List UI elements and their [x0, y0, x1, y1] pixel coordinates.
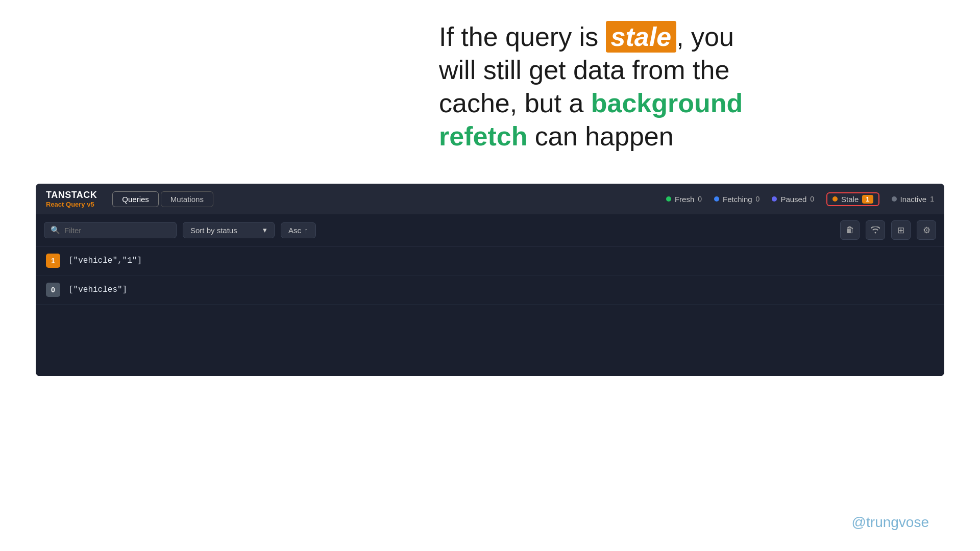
query-key: ["vehicle","1"]: [68, 256, 142, 265]
stale-label: Stale: [841, 195, 859, 204]
hero-before-stale: If the query is: [439, 22, 606, 52]
hero-after-stale: , you: [676, 22, 734, 52]
nav-buttons: Queries Mutations: [112, 191, 213, 207]
status-paused: Paused 0: [772, 195, 814, 204]
copy-button[interactable]: ⊞: [891, 220, 911, 240]
hero-background-word: background: [591, 88, 743, 118]
inactive-count: 1: [930, 195, 934, 203]
stale-dot: [832, 196, 838, 202]
brand: TANSTACK React Query v5: [46, 190, 97, 208]
sort-direction-icon: ↑: [304, 226, 308, 235]
filter-input-wrap[interactable]: 🔍: [44, 222, 177, 238]
paused-label: Paused: [780, 195, 806, 204]
query-list-empty: [36, 305, 944, 376]
hero-line3: cache, but a background: [439, 87, 929, 120]
filter-input[interactable]: [64, 226, 170, 235]
sort-direction-button[interactable]: Asc ↑: [281, 222, 316, 238]
inactive-label: Inactive: [900, 195, 927, 204]
search-icon: 🔍: [51, 226, 60, 235]
fresh-count: 0: [698, 195, 702, 203]
fetching-count: 0: [756, 195, 760, 203]
nav-queries-button[interactable]: Queries: [112, 191, 159, 207]
status-indicators: Fresh 0 Fetching 0 Paused 0 Stale 1: [666, 192, 934, 206]
devtools-panel: TANSTACK React Query v5 Queries Mutation…: [36, 184, 944, 376]
table-row[interactable]: 0 ["vehicles"]: [36, 276, 944, 305]
wifi-icon-button[interactable]: [866, 220, 885, 240]
hero-line4: refetch can happen: [439, 120, 929, 153]
hero-refetch-word: refetch: [439, 121, 527, 151]
attribution: @trungvose: [852, 514, 929, 531]
fetching-dot: [714, 196, 719, 202]
stale-count: 1: [862, 195, 873, 204]
inactive-dot: [892, 196, 897, 202]
panel-header: TANSTACK React Query v5 Queries Mutation…: [36, 184, 944, 214]
nav-mutations-button[interactable]: Mutations: [161, 191, 213, 207]
hero-line1: If the query is stale, you: [439, 20, 929, 54]
table-row[interactable]: 1 ["vehicle","1"]: [36, 246, 944, 276]
hero-stale-word: stale: [606, 21, 677, 53]
paused-dot: [772, 196, 777, 202]
query-badge-stale: 1: [46, 254, 60, 268]
status-inactive: Inactive 1: [892, 195, 935, 204]
status-stale[interactable]: Stale 1: [826, 192, 879, 206]
panel-toolbar: 🔍 Sort by status ▾ Asc ↑ 🗑 ⊞ ⚙: [36, 214, 944, 246]
fetching-label: Fetching: [723, 195, 752, 204]
sort-by-dropdown[interactable]: Sort by status ▾: [183, 222, 275, 238]
settings-button[interactable]: ⚙: [917, 220, 936, 240]
brand-sub: React Query v5: [46, 201, 97, 208]
hero-text-block: If the query is stale, you will still ge…: [439, 20, 929, 153]
status-fresh: Fresh 0: [666, 195, 702, 204]
fresh-dot: [666, 196, 671, 202]
hero-can-happen: can happen: [527, 121, 673, 151]
query-badge-inactive: 0: [46, 283, 60, 297]
chevron-down-icon: ▾: [263, 226, 267, 235]
query-list: 1 ["vehicle","1"] 0 ["vehicles"]: [36, 246, 944, 376]
hero-cache-text: cache, but a: [439, 88, 591, 118]
brand-name: TANSTACK: [46, 190, 97, 201]
fresh-label: Fresh: [675, 195, 694, 204]
status-fetching: Fetching 0: [714, 195, 760, 204]
sort-label: Sort by status: [190, 226, 237, 235]
hero-line2: will still get data from the: [439, 54, 929, 87]
query-key: ["vehicles"]: [68, 285, 127, 294]
sort-direction-label: Asc: [288, 226, 301, 235]
paused-count: 0: [810, 195, 814, 203]
delete-button[interactable]: 🗑: [840, 220, 860, 240]
